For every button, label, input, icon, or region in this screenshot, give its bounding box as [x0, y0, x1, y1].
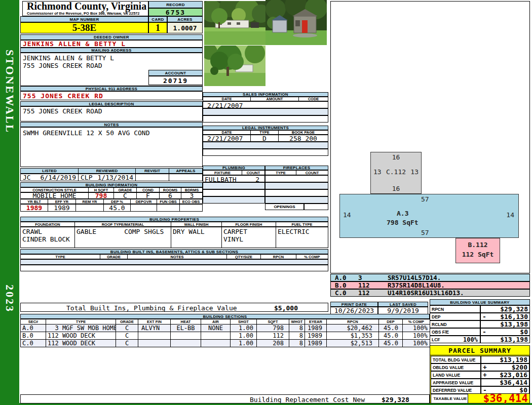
replacement-cost-row: Building Replacement Cost New $29,328	[20, 394, 430, 403]
depovr-value	[131, 204, 157, 212]
builtins-comp-label: % COMP	[296, 254, 328, 259]
remyr-value	[76, 204, 104, 212]
replacement-cost-label: Building Replacement Cost New	[250, 396, 365, 403]
ecoobs-label: ECO OBS	[180, 199, 203, 204]
sketch-c-right-dim: 13	[410, 168, 419, 176]
bvs-obs-amount: $0	[520, 328, 528, 336]
cond-label: COND	[137, 187, 160, 192]
sales-row-1: 2/21/2007	[203, 101, 328, 108]
sales-amount-label: AMOUNT	[251, 97, 299, 101]
bvs-dep-op: -	[482, 313, 486, 320]
comp-col-label: % COMP	[403, 319, 430, 325]
bvs-dep-label: DEP	[430, 313, 480, 320]
photo-sheds-image	[265, 0, 327, 45]
ecoobs-value	[180, 204, 203, 212]
bvs-rpcn-label: RPCN	[430, 305, 480, 313]
building-info-header-2: YR BLT EFF YR REM YR DEP % DEPOVR FUN OB…	[20, 199, 203, 204]
sketch-a-left-dim: 14	[343, 211, 351, 219]
bvs-rclnd-value: $13,198	[480, 320, 530, 328]
bvs-obs-value: -$0	[480, 328, 530, 336]
county-title: Richmond County, Virginia	[23, 2, 148, 11]
built-ins-empty-row-2	[20, 265, 328, 271]
built-ins-total-value: $5,000	[274, 304, 298, 312]
li-date-label: DATE	[203, 130, 251, 135]
review-header-row: LISTED REVIEWED REVISIT APPEALS	[20, 168, 203, 174]
roof-value: GABLECOMP SHGLS	[75, 227, 171, 248]
building-info-values-1: MOBILE HOME 798 C F 6 3	[20, 192, 203, 199]
mailing-line-1: JENKINS ALLEN & BETTY L	[23, 54, 202, 62]
ps-obldg-value: +$200	[481, 363, 529, 371]
section-row-b: B.0 112 WOOD DECK C 1.00 112 8 1989 $1,3…	[21, 332, 430, 340]
deeded-owner-label: DEEDED OWNER	[20, 34, 203, 40]
account-number: 20719	[148, 76, 203, 85]
bvs-lcf-text: LCF	[432, 337, 440, 342]
plumbing-header: FIXTURE COUNT	[203, 170, 265, 175]
district-sidebar: STONEWALL 2023	[0, 0, 19, 405]
rooms-label: ROOMS	[160, 187, 181, 192]
appeals-value	[169, 174, 203, 181]
ps-appraised-value: $36,414	[481, 379, 529, 386]
mailing-address-label: MAILING ADDRESS	[20, 48, 203, 53]
sketch-c-bottom-dim: 16	[371, 185, 421, 192]
yrblt-value: 1989	[20, 204, 48, 212]
ps-land-value: +$23,016	[481, 371, 529, 379]
plumbing-row-2	[203, 182, 265, 189]
notes-text: SWMH GREENVILLE 12 X 50 AVG COND	[20, 127, 203, 167]
photo-tree-image	[204, 46, 265, 86]
legend-b-code: 112	[358, 281, 388, 289]
fireplaces-title: FIREPLACES	[265, 166, 328, 170]
legend-c-vector: U14R10SR16U13L16D13.	[388, 289, 464, 297]
sales-header: DATE AMOUNT CODE	[203, 97, 328, 101]
physical-address: 755 JONES CREEK RD	[20, 91, 203, 100]
ps-obldg-amount: $200	[512, 363, 527, 371]
building-properties-header: FOUNDATION ROOF TYPE/MATERIAL WALL FINIS…	[20, 222, 328, 227]
legal-instruments-row-1: 2/21/2007 D 258 200	[203, 135, 328, 142]
construction-style-label: CONSTRUCTION STYLE	[20, 187, 89, 192]
ps-land-amount: $23,016	[500, 371, 527, 379]
bvs-lcf-amount: $13,198	[500, 336, 528, 343]
fireplace-count-label: COUNT	[296, 170, 328, 175]
photo-mobile-home	[204, 1, 265, 45]
li-type-label: TYPE	[251, 130, 279, 135]
notes-label: NOTES	[20, 122, 203, 127]
sketch-canvas: 16 13 C.112 13 16 57 14 A.3 798 SqFt 14 …	[330, 1, 530, 273]
foundation-label: FOUNDATION	[20, 222, 75, 227]
ps-totalbldg-amount: $13,198	[500, 356, 527, 363]
wall-finish-value: DRY WALL	[171, 227, 222, 248]
building-sections-header-row: SEC# TYPE GRADE EXT FIN HEAT AIR SHGT SQ…	[21, 319, 430, 325]
sketch-c-top-dim: 16	[371, 153, 421, 161]
roof-material: COMP SHGLS	[124, 228, 164, 235]
reviewed-date: 1/13/2014	[98, 174, 133, 181]
building-sections-title: BUILDING SECTIONS	[20, 314, 430, 319]
builtins-notes-label: NOTES	[128, 254, 227, 259]
legend-b-sec: B.0	[335, 281, 358, 289]
sec-col-label: SEC#	[21, 319, 46, 325]
cond-value: F	[137, 192, 160, 199]
district-name: STONEWALL	[3, 50, 16, 134]
sales-row-2	[203, 108, 328, 115]
fireplaces-row-4	[265, 196, 328, 204]
ps-appraised-label: APPRAISED VALUE	[431, 379, 481, 386]
revisit-label: REVISIT	[136, 168, 169, 174]
listed-by: JC	[23, 174, 31, 181]
ps-totalbldg-label: TOTAL BLDG VALUE	[431, 356, 481, 363]
bvs-obs-label: OBS F/E	[430, 328, 480, 336]
fixture-count: 2	[255, 176, 259, 182]
legal-instruments-row-3	[203, 149, 328, 156]
commissioner-line: Commissioner of the Revenue, PO Box 366,…	[23, 11, 148, 16]
sketch-section-c: 16 13 C.112 13 16	[370, 152, 422, 194]
card-number: 1	[148, 22, 167, 33]
built-ins-empty-row-1	[20, 259, 328, 265]
bvs-rclnd-amount: $13,198	[500, 320, 528, 328]
grade-label: GRADE	[114, 187, 137, 192]
heat-col-label: HEAT	[171, 319, 201, 325]
ps-appraised-amount: $36,414	[500, 379, 527, 386]
li-type-value: D	[251, 135, 279, 142]
plumbing-count-label: COUNT	[242, 170, 265, 175]
review-value-row: JC6/14/2019 CLP1/13/2014	[20, 174, 203, 181]
ps-taxable-label: TAXABLE VALUE	[431, 394, 468, 403]
built-ins-title: BUILDING BUILT INS, BASEMENTS, ATTICS & …	[20, 249, 328, 254]
builtins-type-label: TYPE	[20, 254, 100, 259]
building-information-title: BUILDING INFORMATION	[20, 182, 203, 187]
fireplaces-row-3	[265, 189, 328, 196]
